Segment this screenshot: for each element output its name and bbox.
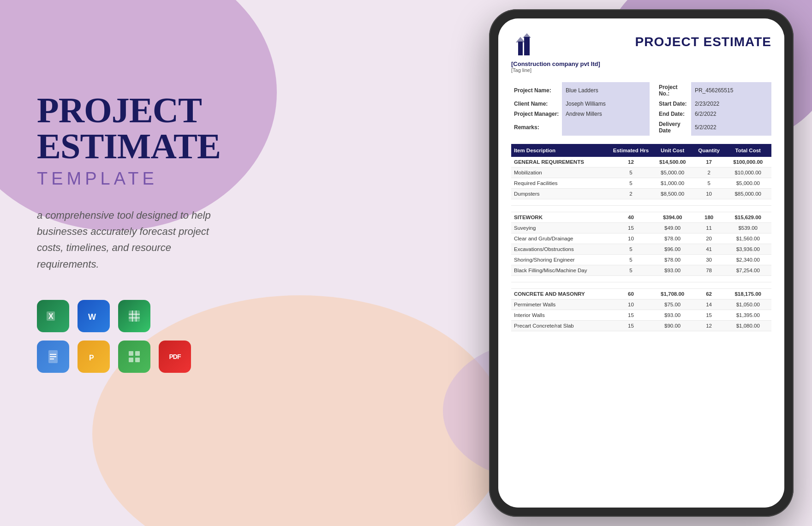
svg-rect-13 [129, 351, 133, 356]
company-logo: [Construction company pvt ltd] [Tag line… [511, 32, 600, 73]
item-cell-desc: Mobilization [511, 167, 610, 178]
category-cell-hrs: 60 [610, 289, 651, 299]
title-line1: PROJECT [37, 90, 202, 130]
numbers-icon[interactable] [118, 341, 150, 373]
svg-text:W: W [88, 312, 96, 322]
item-cell-unit_cost: $90.00 [652, 321, 693, 331]
company-tagline: [Tag line] [511, 67, 531, 73]
project-info-table: Project Name: Blue Ladders Project No.: … [511, 82, 771, 136]
phone-mockup: [Construction company pvt ltd] [Tag line… [489, 9, 794, 517]
document-title: PROJECT ESTIMATE [635, 35, 771, 49]
format-icons-row1: X W [37, 300, 277, 332]
item-cell-hrs: 5 [610, 255, 651, 265]
item-cell-unit_cost: $75.00 [652, 299, 693, 310]
description-text: a comprehensive tool designed to help bu… [37, 207, 231, 272]
item-cell-hrs: 15 [610, 321, 651, 331]
item-cell-qty: 10 [693, 189, 725, 199]
category-cell-hrs: 40 [610, 212, 651, 223]
project-manager-value: Andrew Millers [562, 109, 650, 119]
document-content: [Construction company pvt ltd] [Tag line… [498, 18, 784, 508]
item-cell-desc: Required Facilities [511, 178, 610, 189]
item-cell-desc: Suveying [511, 223, 610, 233]
table-item-row: Precart Concrete/rat Slab15$90.0012$1,08… [511, 321, 771, 331]
item-cell-qty: 20 [693, 233, 725, 244]
table-category-row: SITEWORK40$394.00180$15,629.00 [511, 212, 771, 223]
category-cell-qty: 62 [693, 289, 725, 299]
svg-text:P: P [89, 354, 94, 362]
item-cell-desc: Interior Walls [511, 310, 610, 321]
item-cell-desc: Permimeter Walls [511, 299, 610, 310]
category-cell-total: $18,175.00 [724, 289, 771, 299]
table-item-row: Dumpsters2$8,500.0010$85,000.00 [511, 189, 771, 199]
project-name-value: Blue Ladders [562, 82, 650, 99]
end-date-label: End Date: [650, 109, 691, 119]
project-no-label: Project No.: [650, 82, 691, 99]
item-cell-desc: Excavations/Obstructions [511, 244, 610, 255]
item-cell-total: $7,254.00 [724, 265, 771, 276]
table-item-row: Black Filling/Misc/Machine Day5$93.0078$… [511, 265, 771, 276]
item-cell-qty: 41 [693, 244, 725, 255]
item-cell-hrs: 15 [610, 223, 651, 233]
item-cell-total: $1,050.00 [724, 299, 771, 310]
table-item-row: Excavations/Obstructions5$96.0041$3,936.… [511, 244, 771, 255]
item-cell-hrs: 5 [610, 178, 651, 189]
item-cell-total: $3,936.00 [724, 244, 771, 255]
category-cell-qty: 17 [693, 157, 725, 167]
category-cell-unit_cost: $1,708.00 [652, 289, 693, 299]
item-cell-qty: 11 [693, 223, 725, 233]
client-name-value: Joseph Williams [562, 99, 650, 109]
item-cell-unit_cost: $49.00 [652, 223, 693, 233]
end-date-value: 6/2/2022 [691, 109, 771, 119]
delivery-date-value: 5/2/2022 [691, 119, 771, 136]
docs-icon[interactable] [37, 341, 69, 373]
category-cell-desc: GENERAL REQUIREMENTS [511, 157, 610, 167]
item-cell-hrs: 5 [610, 265, 651, 276]
item-cell-qty: 14 [693, 299, 725, 310]
remarks-label: Remarks: [511, 119, 562, 136]
company-name: [Construction company pvt ltd] [511, 60, 600, 67]
svg-rect-17 [518, 42, 523, 55]
excel-icon[interactable]: X [37, 300, 69, 332]
item-cell-hrs: 10 [610, 299, 651, 310]
table-item-row: Clear and Grub/Drainage10$78.0020$1,560.… [511, 233, 771, 244]
project-name-label: Project Name: [511, 82, 562, 99]
item-cell-total: $5,000.00 [724, 178, 771, 189]
table-item-row: Permimeter Walls10$75.0014$1,050.00 [511, 299, 771, 310]
sheets-icon[interactable] [118, 300, 150, 332]
table-item-row: Mobilization5$5,000.002$10,000.00 [511, 167, 771, 178]
project-manager-label: Project Manager: [511, 109, 562, 119]
item-cell-unit_cost: $8,500.00 [652, 189, 693, 199]
category-cell-total: $15,629.00 [724, 212, 771, 223]
table-item-row: Suveying15$49.0011$539.00 [511, 223, 771, 233]
category-cell-unit_cost: $14,500.00 [652, 157, 693, 167]
category-cell-unit_cost: $394.00 [652, 212, 693, 223]
item-cell-total: $1,080.00 [724, 321, 771, 331]
col-header-quantity: Quantity [693, 144, 725, 157]
item-cell-total: $10,000.00 [724, 167, 771, 178]
table-category-row: GENERAL REQUIREMENTS12$14,500.0017$100,0… [511, 157, 771, 167]
pages-icon[interactable]: P [78, 341, 110, 373]
svg-rect-14 [135, 351, 140, 356]
item-cell-unit_cost: $1,000.00 [652, 178, 693, 189]
table-empty-row [511, 199, 771, 206]
start-date-label: Start Date: [650, 99, 691, 109]
subtitle: TEMPLATE [37, 169, 277, 189]
item-cell-desc: Clear and Grub/Drainage [511, 233, 610, 244]
col-header-total-cost: Total Cost [724, 144, 771, 157]
category-cell-hrs: 12 [610, 157, 651, 167]
project-no-value: PR_456265515 [691, 82, 771, 99]
word-icon[interactable]: W [78, 300, 110, 332]
table-item-row: Interior Walls15$93.0015$1,395.00 [511, 310, 771, 321]
item-cell-desc: Shoring/Shoring Engineer [511, 255, 610, 265]
item-cell-total: $1,395.00 [724, 310, 771, 321]
item-cell-unit_cost: $96.00 [652, 244, 693, 255]
table-category-row: CONCRETE AND MASONRY60$1,708.0062$18,175… [511, 289, 771, 299]
item-cell-desc: Black Filling/Misc/Machine Day [511, 265, 610, 276]
pdf-icon[interactable]: PDF [159, 341, 191, 373]
item-cell-total: $1,560.00 [724, 233, 771, 244]
remarks-value [562, 119, 650, 136]
item-cell-qty: 12 [693, 321, 725, 331]
category-cell-desc: SITEWORK [511, 212, 610, 223]
item-cell-qty: 15 [693, 310, 725, 321]
svg-rect-16 [135, 358, 140, 362]
